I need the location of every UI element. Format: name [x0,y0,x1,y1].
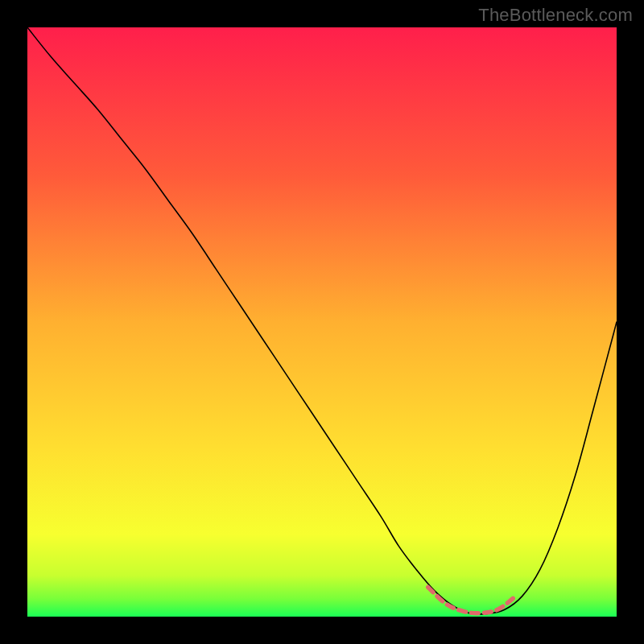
chart-svg [27,27,617,617]
plot-area [27,27,617,617]
gradient-background [27,27,617,617]
watermark-text: TheBottleneck.com [478,5,633,26]
chart-frame: TheBottleneck.com [0,0,644,644]
